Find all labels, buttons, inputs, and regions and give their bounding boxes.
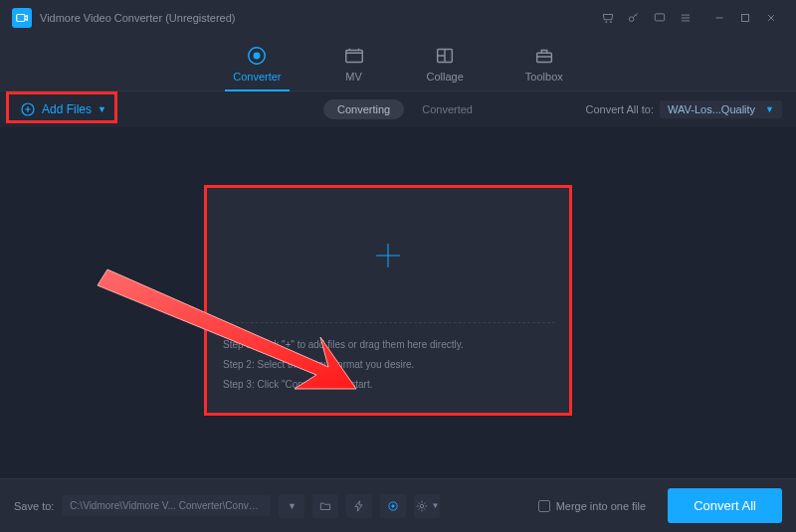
app-window: Vidmore Video Converter (Unregistered) C…: [0, 0, 796, 532]
plus-icon: [371, 239, 405, 272]
tab-converter[interactable]: Converter: [227, 39, 287, 90]
maximize-button[interactable]: [732, 5, 758, 31]
minimize-button[interactable]: [706, 5, 732, 31]
tab-label: Collage: [427, 71, 464, 83]
step-3: Step 3: Click "Convert All" to start.: [223, 375, 553, 395]
chevron-down-icon: ▼: [98, 104, 106, 114]
gear-icon: [415, 499, 429, 513]
toolbox-icon: [533, 45, 555, 67]
feedback-icon[interactable]: [647, 5, 673, 31]
menu-icon[interactable]: [673, 5, 698, 31]
target-on-icon: [386, 499, 400, 513]
add-files-label: Add Files: [42, 102, 92, 116]
converting-tab[interactable]: Converting: [323, 99, 404, 119]
tab-mv[interactable]: MV: [337, 39, 371, 90]
collage-icon: [434, 45, 456, 67]
plus-circle-icon: [20, 101, 36, 117]
chevron-down-icon: ▼: [765, 104, 774, 114]
merge-checkbox[interactable]: Merge into one file: [538, 500, 647, 512]
converted-tab[interactable]: Converted: [422, 103, 473, 115]
close-button[interactable]: [758, 5, 784, 31]
window-title: Vidmore Video Converter (Unregistered): [40, 12, 235, 24]
svg-point-2: [610, 22, 611, 23]
svg-rect-8: [345, 51, 362, 63]
sub-bar: Add Files ▼ Converting Converted Convert…: [0, 91, 796, 127]
drop-zone[interactable]: Step 1: Click "+" to add files or drag t…: [204, 185, 572, 416]
tab-label: Converter: [233, 71, 281, 83]
svg-point-3: [629, 17, 634, 22]
folder-icon: [318, 499, 332, 513]
tab-label: Toolbox: [525, 71, 563, 83]
convert-all-button[interactable]: Convert All: [668, 488, 782, 523]
bolt-off-icon: [352, 499, 366, 513]
titlebar: Vidmore Video Converter (Unregistered): [0, 0, 796, 36]
save-to-label: Save to:: [14, 500, 54, 512]
step-1: Step 1: Click "+" to add files or drag t…: [223, 335, 553, 355]
add-files-button[interactable]: Add Files ▼: [14, 98, 112, 120]
chevron-down-icon: ▼: [431, 501, 439, 510]
hardware-accel-off-button[interactable]: [346, 494, 372, 518]
svg-rect-10: [536, 53, 551, 62]
tab-collage[interactable]: Collage: [421, 39, 470, 90]
tab-toolbox[interactable]: Toolbox: [519, 39, 569, 90]
key-icon[interactable]: [621, 5, 647, 31]
merge-label: Merge into one file: [556, 500, 647, 512]
step-2: Step 2: Select the output format you des…: [223, 355, 553, 375]
mv-icon: [343, 45, 365, 67]
convert-all-to-label: Convert All to:: [586, 103, 654, 115]
svg-point-1: [606, 22, 607, 23]
bottom-bar: Save to: C:\Vidmore\Vidmore V... Convert…: [0, 478, 796, 532]
svg-point-13: [392, 504, 394, 506]
open-folder-button[interactable]: [312, 494, 338, 518]
app-logo: [12, 8, 32, 28]
output-format-dropdown[interactable]: WAV-Los...Quality ▼: [660, 100, 782, 118]
save-path-field[interactable]: C:\Vidmore\Vidmore V... Converter\Conver…: [62, 495, 271, 516]
format-value: WAV-Los...Quality: [668, 103, 755, 115]
settings-button[interactable]: ▼: [414, 494, 440, 518]
main-area: Step 1: Click "+" to add files or drag t…: [0, 127, 796, 478]
high-speed-on-button[interactable]: [380, 494, 406, 518]
chevron-down-icon: ▼: [288, 501, 297, 511]
add-files-plus[interactable]: [207, 188, 569, 322]
converter-icon: [246, 45, 268, 67]
svg-point-7: [255, 53, 261, 59]
path-dropdown-button[interactable]: ▼: [279, 494, 304, 518]
cart-icon[interactable]: [595, 5, 621, 31]
svg-rect-0: [17, 15, 25, 22]
top-nav: Converter MV Collage Toolbox: [0, 36, 796, 91]
svg-rect-5: [742, 15, 749, 22]
instruction-steps: Step 1: Click "+" to add files or drag t…: [207, 323, 569, 407]
svg-point-14: [421, 504, 425, 508]
checkbox-box: [538, 500, 550, 512]
tab-label: MV: [345, 71, 362, 83]
